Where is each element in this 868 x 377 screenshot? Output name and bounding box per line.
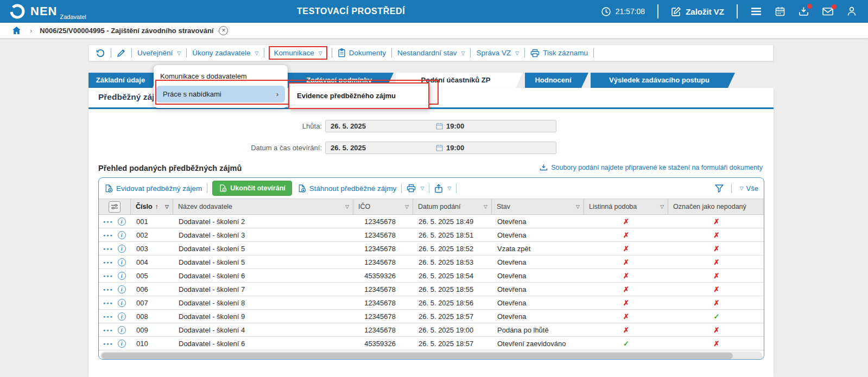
tab-vysledek-zadavaciho-postupu[interactable]: Výsledek zadávacího postupu: [591, 73, 735, 88]
row-menu-icon[interactable]: ●●●: [103, 328, 113, 332]
row-info-icon[interactable]: i: [118, 326, 126, 334]
table-body: ●●●i001Dodavatel - školení 21234567826. …: [99, 215, 764, 350]
lhuta-datetime-field[interactable]: 26. 5. 2025 19:00: [325, 120, 556, 132]
lhuta-date-value: 26. 5. 2025: [326, 122, 436, 130]
horizontal-scrollbar[interactable]: [100, 352, 762, 360]
row-actions: ●●●i: [99, 215, 131, 228]
menu-item-prace-s-nabidkami[interactable]: Práce s nabídkami ›: [156, 86, 285, 103]
column-settings-icon[interactable]: [109, 201, 121, 213]
cell-cislo: 005: [131, 269, 173, 282]
field-label-datum-oteviranni: Datum a čas otevírání:: [88, 144, 325, 152]
column-filter-icon[interactable]: ▽: [345, 204, 349, 209]
row-info-icon[interactable]: i: [118, 231, 126, 239]
calendar-icon[interactable]: [775, 6, 785, 17]
cell-datum-podani: 26. 5. 2025 18:55: [413, 283, 492, 296]
menu-komunikace[interactable]: Komunikace▽: [269, 46, 327, 60]
column-header-datum-podani[interactable]: Datum podání▽: [413, 199, 492, 214]
download-files-link[interactable]: Soubory podání najdete připravené ke sta…: [540, 164, 763, 171]
print-record-button[interactable]: Tisk záznamu: [530, 49, 588, 57]
row-info-icon[interactable]: i: [118, 340, 126, 348]
cell-datum-podani: 26. 5. 2025 18:52: [413, 242, 492, 255]
menu-ukony-zadavatele[interactable]: Úkony zadavatele▽: [192, 49, 258, 57]
cell-listinna-podoba: ✗: [584, 215, 668, 228]
column-filter-icon[interactable]: ▽: [576, 204, 580, 209]
cell-nazev-dodavatele: Dodavatel - školení 6: [173, 269, 353, 282]
create-vz-button[interactable]: Založit VZ: [671, 7, 724, 17]
row-menu-icon[interactable]: ●●●: [103, 274, 113, 278]
filter-vse-dropdown[interactable]: ▽Vše: [739, 184, 758, 193]
menu-nestandardni-stav[interactable]: Nestandardní stav▽: [397, 49, 465, 57]
column-header-stav[interactable]: Stav▽: [492, 199, 584, 214]
menu-uverejneni[interactable]: Uveřejnění▽: [137, 49, 181, 57]
tab-hodnoceni[interactable]: Hodnocení: [525, 73, 588, 88]
evidovat-button[interactable]: Evidovat předběžný zájem: [104, 184, 202, 193]
menu-item-komunikace-s-dodavatelem[interactable]: Komunikace s dodavatelem: [154, 67, 288, 85]
close-icon[interactable]: ✕: [219, 26, 228, 35]
row-menu-icon[interactable]: ●●●: [103, 301, 113, 305]
row-info-icon[interactable]: i: [118, 299, 126, 307]
cell-oznacen-nepodany: ✗: [668, 337, 764, 350]
row-actions: ●●●i: [99, 296, 131, 309]
column-filter-icon[interactable]: ▽: [484, 204, 487, 209]
row-menu-icon[interactable]: ●●●: [103, 342, 113, 346]
scrollbar-thumb[interactable]: [102, 353, 733, 359]
cell-ico: 12345678: [353, 296, 413, 309]
cell-stav: Podána po lhůtě: [492, 323, 584, 336]
komunikace-dropdown-menu: Komunikace s dodavatelem Práce s nabídka…: [154, 65, 288, 108]
menu-sprava-vz[interactable]: Správa VZ▽: [476, 49, 519, 57]
divider: [111, 48, 111, 57]
print-table-button[interactable]: ▽: [407, 184, 424, 193]
row-info-icon[interactable]: i: [118, 258, 126, 266]
nen-logo[interactable]: NEN Zadavatel: [0, 3, 86, 20]
menu-hamburger-icon[interactable]: [750, 7, 762, 16]
tab-zakladni-udaje[interactable]: Základní údaje: [88, 73, 160, 88]
row-menu-icon[interactable]: ●●●: [103, 247, 113, 251]
calendar-small-icon[interactable]: [436, 123, 443, 130]
row-info-icon[interactable]: i: [118, 312, 126, 321]
row-info-icon[interactable]: i: [118, 272, 126, 280]
filter-icon[interactable]: [714, 184, 724, 193]
table-row: ●●●i007Dodavatel - školení 81234567826. …: [99, 296, 764, 310]
mail-icon[interactable]: [822, 7, 834, 16]
row-menu-icon[interactable]: ●●●: [103, 287, 113, 291]
divider: [264, 48, 264, 57]
divider: [470, 48, 471, 57]
menu-dokumenty[interactable]: Dokumenty: [338, 48, 386, 57]
column-filter-icon[interactable]: ▽: [165, 204, 169, 209]
menu-item-evidence-predbezneho-zajmu[interactable]: Evidence předběžného zájmu: [289, 92, 428, 100]
cell-nazev-dodavatele: Dodavatel - školení 2: [173, 215, 353, 228]
column-header-ico[interactable]: IČO▽: [353, 199, 413, 214]
cell-stav: Otevřena: [492, 310, 584, 323]
row-menu-icon[interactable]: ●●●: [103, 315, 113, 318]
history-button[interactable]: [96, 48, 105, 58]
row-info-icon[interactable]: i: [118, 285, 126, 293]
oteviranni-datetime-field[interactable]: 26. 5. 2025 19:00: [325, 142, 556, 154]
cell-datum-podani: 26. 5. 2025 18:57: [413, 337, 492, 350]
row-info-icon[interactable]: i: [118, 218, 126, 226]
row-menu-icon[interactable]: ●●●: [103, 233, 113, 237]
user-icon[interactable]: [846, 6, 857, 17]
cell-nazev-dodavatele: Dodavatel - školení 5: [173, 255, 353, 269]
home-icon[interactable]: [12, 26, 21, 35]
cell-stav: Otevření zaevidováno: [492, 337, 584, 350]
edit-button[interactable]: [117, 48, 126, 57]
column-filter-icon[interactable]: ▽: [405, 204, 409, 209]
dropdown-arrow-icon: ▽: [740, 186, 744, 191]
export-button[interactable]: ▽: [434, 184, 451, 193]
cell-listinna-podoba: ✗: [584, 269, 668, 282]
column-header-listinna-podoba[interactable]: Listinná podoba▽: [584, 199, 668, 214]
cell-listinna-podoba: ✗: [584, 228, 668, 241]
row-menu-icon[interactable]: ●●●: [103, 220, 113, 223]
column-header-oznacen-nepodany[interactable]: Označen jako nepodaný: [668, 199, 764, 214]
breadcrumb-item[interactable]: N006/25/V00004995 - Zajištění závodního …: [40, 27, 213, 35]
column-header-nazev[interactable]: Název dodavatele▽: [173, 199, 353, 214]
row-info-icon[interactable]: i: [118, 245, 126, 253]
column-header-cislo[interactable]: Číslo↑ ▽: [131, 199, 173, 214]
column-filter-icon[interactable]: ▽: [660, 204, 664, 209]
ukoncit-oteviranni-button[interactable]: Ukončit otevírání: [212, 181, 292, 196]
row-menu-icon[interactable]: ●●●: [103, 260, 113, 264]
cell-nazev-dodavatele: Dodavatel - školení 5: [173, 242, 353, 255]
stahnout-button[interactable]: Stáhnout předběžné zájmy: [297, 184, 397, 193]
calendar-small-icon[interactable]: [436, 144, 443, 151]
downloads-icon[interactable]: [798, 6, 809, 17]
